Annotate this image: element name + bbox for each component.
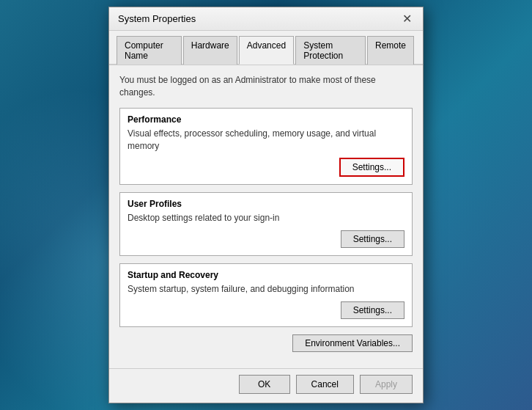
tab-system-protection[interactable]: System Protection: [295, 36, 366, 65]
close-button[interactable]: ✕: [399, 12, 414, 26]
performance-section: Performance Visual effects, processor sc…: [119, 108, 413, 186]
startup-recovery-settings-button[interactable]: Settings...: [341, 301, 404, 319]
tab-advanced[interactable]: Advanced: [239, 36, 294, 65]
user-profiles-desc: Desktop settings related to your sign-in: [128, 212, 404, 224]
environment-variables-button[interactable]: Environment Variables...: [292, 334, 413, 352]
apply-button: Apply: [360, 375, 413, 394]
startup-recovery-desc: System startup, system failure, and debu…: [128, 283, 404, 296]
performance-label: Performance: [128, 114, 404, 125]
content-area: You must be logged on as an Administrato…: [109, 65, 423, 368]
dialog-title: System Properties: [118, 13, 196, 24]
ok-button[interactable]: OK: [239, 375, 290, 394]
user-profiles-section: User Profiles Desktop settings related t…: [119, 192, 413, 256]
bottom-buttons: OK Cancel Apply: [109, 368, 423, 403]
cancel-button[interactable]: Cancel: [296, 375, 354, 394]
performance-settings-button[interactable]: Settings...: [339, 158, 404, 177]
user-profiles-settings-button[interactable]: Settings...: [341, 230, 404, 248]
tab-computer-name[interactable]: Computer Name: [117, 36, 182, 65]
user-profiles-label: User Profiles: [128, 199, 404, 209]
startup-recovery-label: Startup and Recovery: [128, 270, 404, 280]
tab-hardware[interactable]: Hardware: [183, 36, 237, 65]
system-properties-dialog: System Properties ✕ Computer Name Hardwa…: [108, 7, 424, 403]
info-text: You must be logged on as an Administrato…: [119, 74, 413, 99]
title-bar: System Properties ✕: [109, 7, 423, 31]
tab-remote[interactable]: Remote: [367, 36, 414, 65]
tabs-container: Computer Name Hardware Advanced System P…: [109, 31, 423, 65]
performance-desc: Visual effects, processor scheduling, me…: [128, 128, 404, 153]
env-vars-row: Environment Variables...: [119, 334, 413, 352]
startup-recovery-section: Startup and Recovery System startup, sys…: [119, 263, 413, 327]
